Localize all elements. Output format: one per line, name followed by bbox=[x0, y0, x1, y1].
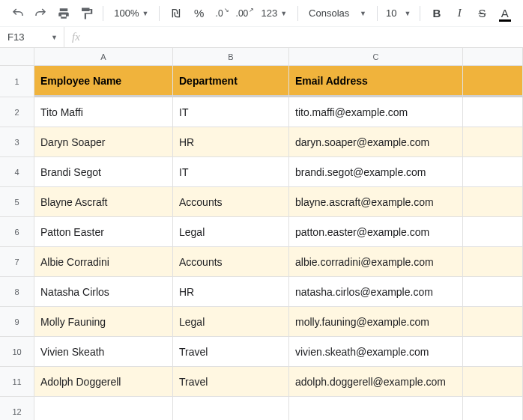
row-header[interactable]: 10 bbox=[0, 337, 34, 367]
print-button[interactable] bbox=[55, 4, 73, 23]
row-header[interactable]: 5 bbox=[0, 187, 34, 217]
cell[interactable] bbox=[463, 307, 523, 337]
number-format-select[interactable]: 123▼ bbox=[259, 7, 291, 19]
cell-name[interactable]: Brandi Segot bbox=[34, 157, 173, 187]
cell-name[interactable]: Albie Corradini bbox=[34, 247, 173, 277]
cell-name[interactable]: Tito Maffi bbox=[34, 97, 173, 127]
column-header[interactable]: B bbox=[173, 48, 289, 66]
font-size-select[interactable]: 10▼ bbox=[385, 7, 412, 19]
cell-name[interactable]: Natasha Cirlos bbox=[34, 277, 173, 307]
row-header[interactable]: 7 bbox=[0, 247, 34, 277]
cell-dept[interactable]: Legal bbox=[173, 307, 289, 337]
cell-email[interactable]: brandi.segot@example.com bbox=[289, 157, 463, 187]
cell-name[interactable]: Vivien Skeath bbox=[34, 337, 173, 367]
cell[interactable] bbox=[289, 397, 463, 420]
cell-dept[interactable]: Travel bbox=[173, 337, 289, 367]
cell-dept[interactable]: Travel bbox=[173, 367, 289, 397]
formula-bar[interactable] bbox=[88, 27, 523, 47]
cell[interactable] bbox=[463, 187, 523, 217]
column-header[interactable]: C bbox=[289, 48, 463, 66]
row-header[interactable]: 6 bbox=[0, 217, 34, 247]
cell-dept[interactable]: HR bbox=[173, 277, 289, 307]
separator bbox=[103, 6, 103, 21]
increase-decimal-button[interactable]: .00↗ bbox=[235, 4, 253, 23]
cell-name[interactable]: Daryn Soaper bbox=[34, 127, 173, 157]
cell-header-name[interactable]: Employee Name bbox=[34, 66, 173, 97]
text-color-button[interactable]: A bbox=[496, 4, 514, 23]
cell-email[interactable]: daryn.soaper@example.com bbox=[289, 127, 463, 157]
chevron-down-icon: ▼ bbox=[405, 10, 411, 17]
spreadsheet-grid: A B C 1 Employee Name Department Email A… bbox=[0, 48, 523, 420]
chevron-down-icon: ▼ bbox=[51, 34, 58, 41]
cell-header-email[interactable]: Email Address bbox=[289, 66, 463, 97]
row-header[interactable]: 9 bbox=[0, 307, 34, 337]
cell-email[interactable]: adolph.doggerell@example.com bbox=[289, 367, 463, 397]
zoom-select[interactable]: 100%▼ bbox=[111, 7, 151, 19]
cell-dept[interactable]: Accounts bbox=[173, 187, 289, 217]
cell[interactable] bbox=[463, 337, 523, 367]
toolbar: 100%▼ ₪ % .0↘ .00↗ 123▼ Consolas▼ 10▼ B … bbox=[0, 0, 523, 27]
decrease-decimal-button[interactable]: .0↘ bbox=[213, 4, 231, 23]
row-header[interactable]: 2 bbox=[0, 97, 34, 127]
cell-name[interactable]: Adolph Doggerell bbox=[34, 367, 173, 397]
undo-button[interactable] bbox=[9, 4, 27, 23]
row-header[interactable]: 8 bbox=[0, 277, 34, 307]
font-size-value: 10 bbox=[386, 7, 396, 19]
bold-button[interactable]: B bbox=[428, 4, 446, 23]
cell-name[interactable]: Blayne Ascraft bbox=[34, 187, 173, 217]
cell-ref: F13 bbox=[7, 31, 24, 43]
chevron-down-icon: ▼ bbox=[360, 10, 366, 17]
row-header[interactable]: 11 bbox=[0, 367, 34, 397]
separator bbox=[377, 6, 378, 21]
separator bbox=[159, 6, 160, 21]
cell-dept[interactable]: Accounts bbox=[173, 247, 289, 277]
row-header[interactable]: 4 bbox=[0, 157, 34, 187]
cell[interactable] bbox=[34, 397, 173, 420]
separator bbox=[297, 6, 298, 21]
cell[interactable] bbox=[463, 247, 523, 277]
cell-email[interactable]: vivien.skeath@example.com bbox=[289, 337, 463, 367]
cell[interactable] bbox=[463, 66, 523, 97]
cell-email[interactable]: natasha.cirlos@example.com bbox=[289, 277, 463, 307]
cell[interactable] bbox=[463, 97, 523, 127]
row-header[interactable]: 3 bbox=[0, 127, 34, 157]
percent-button[interactable]: % bbox=[190, 4, 208, 23]
cell[interactable] bbox=[463, 277, 523, 307]
column-header[interactable]: A bbox=[34, 48, 173, 66]
row-header[interactable]: 12 bbox=[0, 397, 34, 420]
cell-email[interactable]: blayne.ascraft@example.com bbox=[289, 187, 463, 217]
cell-dept[interactable]: IT bbox=[173, 157, 289, 187]
column-header[interactable] bbox=[463, 48, 523, 66]
row-header[interactable]: 1 bbox=[0, 66, 34, 97]
cell[interactable] bbox=[463, 397, 523, 420]
cell-dept[interactable]: Legal bbox=[173, 217, 289, 247]
cell-email[interactable]: molly.fauning@example.com bbox=[289, 307, 463, 337]
italic-button[interactable]: I bbox=[450, 4, 468, 23]
separator bbox=[420, 6, 420, 21]
cell-dept[interactable]: IT bbox=[173, 97, 289, 127]
cell-email[interactable]: albie.corradini@example.com bbox=[289, 247, 463, 277]
cell[interactable] bbox=[463, 217, 523, 247]
fx-label: fx bbox=[64, 31, 88, 43]
cell-email[interactable]: patton.easter@example.com bbox=[289, 217, 463, 247]
color-bar bbox=[499, 19, 511, 22]
cell-header-dept[interactable]: Department bbox=[173, 66, 289, 97]
currency-button[interactable]: ₪ bbox=[167, 4, 185, 23]
chevron-down-icon: ▼ bbox=[280, 10, 287, 17]
cell-email[interactable]: tito.maffi@example.com bbox=[289, 97, 463, 127]
name-box[interactable]: F13▼ bbox=[0, 27, 64, 47]
cell[interactable] bbox=[463, 127, 523, 157]
cell-name[interactable]: Molly Fauning bbox=[34, 307, 173, 337]
cell-dept[interactable]: HR bbox=[173, 127, 289, 157]
paint-format-button[interactable] bbox=[77, 4, 95, 23]
cell[interactable] bbox=[173, 397, 289, 420]
cell[interactable] bbox=[463, 367, 523, 397]
font-select[interactable]: Consolas▼ bbox=[306, 7, 369, 19]
redo-button[interactable] bbox=[31, 4, 49, 23]
zoom-value: 100% bbox=[114, 7, 139, 19]
cell[interactable] bbox=[463, 157, 523, 187]
strikethrough-button[interactable]: S bbox=[473, 4, 491, 23]
font-name: Consolas bbox=[309, 7, 349, 19]
select-all-corner[interactable] bbox=[0, 48, 34, 66]
cell-name[interactable]: Patton Easter bbox=[34, 217, 173, 247]
